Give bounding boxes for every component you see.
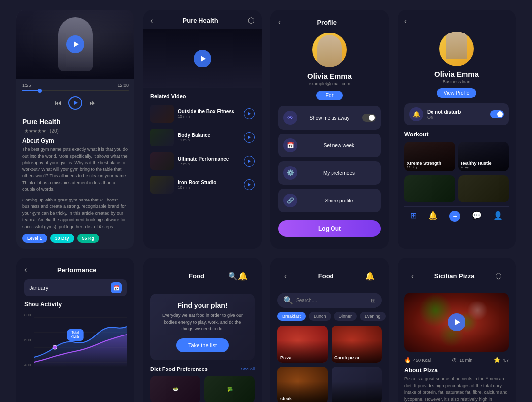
workout-small-2[interactable] [458,175,509,202]
pizza-stats: 🔥 450 Kcal ⏱ 10 min ⭐ 4.7 [404,357,509,363]
food-search-card: ‹ Food 🔔 🔍 Search.... ⊞ Breakfast Lunch … [270,258,389,402]
share-icon: 🔗 [283,194,297,207]
related-item-2[interactable]: Body Balance 11 min [143,126,262,149]
pizza-time: ⏱ 10 min [452,357,472,363]
related-play-3[interactable] [244,156,255,167]
take-list-button[interactable]: Take the list [176,338,229,352]
preferences-icon: ⚙️ [283,166,297,180]
menu-item-new-week[interactable]: 📅 Set new week [278,134,381,157]
related-item-1[interactable]: Outside the Box Fitness 15 min [143,102,262,126]
fast-forward-button[interactable]: ⏭ [89,99,96,107]
workout-small-grid [404,175,509,202]
search-icon: 🔍 [283,296,293,305]
month-picker[interactable]: January 📅 [24,279,127,296]
progress-track[interactable] [22,90,129,91]
food-item-4[interactable] [332,367,382,402]
chart-total: Total 435 [67,329,84,341]
menu-item-show-away[interactable]: 👁 Show me as away [278,106,381,130]
activity-title: Shou Activity [24,301,127,308]
card-header: ‹ Pure Health ⬡ [143,10,262,29]
profile-title: Profile [281,19,373,26]
edit-profile-button[interactable]: Edit [316,91,342,100]
food-hero-text: Everyday we eat food in order to give ou… [158,312,247,333]
chart-label-800: 800 [24,313,31,317]
see-all-link[interactable]: See All [241,367,255,371]
tab-lunch[interactable]: Lunch [309,312,331,321]
view-profile-button[interactable]: View Profile [437,88,477,98]
clock-icon: ⏱ [452,357,457,363]
food-item-caroli[interactable]: Caroli pizza [332,326,382,363]
related-thumb-1 [150,105,174,123]
pizza-rating: ⭐ 4.7 [494,357,509,363]
related-play-1[interactable] [244,108,255,119]
tab-dinner[interactable]: Dinner [334,312,357,321]
workout-card-sub-2: 4 day [461,166,492,169]
related-thumb-2 [150,129,174,146]
level-badge: Level 1 [22,234,47,243]
profile-header: ‹ Profile [278,18,381,27]
do-not-disturb-row[interactable]: 🔔 Do not disturb On [404,103,509,125]
menu-label-preferences: My prefernees [302,170,376,176]
bell-icon[interactable]: 🔔 [365,271,375,281]
show-away-toggle[interactable] [362,114,376,122]
fire-icon: 🔥 [404,357,411,363]
back-icon[interactable]: ‹ [150,16,153,25]
share-icon[interactable]: ⬡ [495,271,502,281]
play-pause-button[interactable] [68,96,82,110]
food-search-bar[interactable]: 🔍 Search.... ⊞ [277,293,382,308]
workout-small-1[interactable] [404,175,455,202]
time-value: 10 min [459,358,472,363]
dnd-icon: 🔔 [409,107,423,121]
tab-evening[interactable]: Evening [360,312,386,321]
nav-notifications[interactable]: 🔔 [428,211,438,222]
hero-play-button[interactable] [194,50,211,67]
related-name-1: Outside the Box Fitness [178,109,240,114]
related-name-2: Body Balance [178,133,240,138]
diet-item-2[interactable]: 🥦 [204,376,255,402]
filter-icon[interactable]: ⊞ [371,297,376,304]
food-title: Food [165,272,228,280]
nav-home[interactable]: ⊞ [410,211,417,222]
logout-button[interactable]: Log Out [278,220,381,237]
share-icon[interactable]: ⬡ [248,16,255,25]
workout-card-2[interactable]: Healthy Hustle 4 day [458,142,509,171]
food-items-grid: Pizza Caroli pizza steak [277,326,382,402]
bell-icon[interactable]: 🔔 [238,271,248,281]
menu-item-share[interactable]: 🔗 Shere profile [278,189,381,212]
related-item-4[interactable]: Iron Root Studio 10 min [143,173,262,197]
play-button[interactable] [66,35,84,53]
food-plan-card: Food 🔍 🔔 Find your plan! Everyday we eat… [143,258,262,402]
nav-profile[interactable]: 👤 [493,211,503,222]
video-thumbnail[interactable] [16,10,134,79]
food-item-pizza[interactable]: Pizza [277,326,328,363]
menu-label-show-away: Show me as away [302,115,357,121]
workout-card-1[interactable]: Xtreme Strength 11 day [404,142,455,171]
time-start: 1:25 [22,83,31,88]
related-item-3[interactable]: Ultimate Performance 17 min [143,149,262,173]
diet-preferences-header: Diet Food Preferences See All [150,366,255,372]
back-icon[interactable]: ‹ [404,17,407,26]
star-icon: ⭐ [494,357,500,363]
performance-title: Performance [27,267,127,274]
food-item-steak[interactable]: steak [277,367,328,402]
related-info-4: Iron Root Studio 10 min [178,180,240,190]
related-play-2[interactable] [244,132,255,143]
dnd-sub: On [427,115,486,120]
diet-item-1[interactable]: 🥗 [150,376,200,402]
hero-video[interactable] [143,29,262,88]
menu-item-preferences[interactable]: ⚙️ My prefernees [278,161,381,185]
related-play-4[interactable] [244,179,255,190]
tab-breakfast[interactable]: Breakfast [277,312,306,321]
rewind-button[interactable]: ⏮ [55,99,62,107]
nav-add[interactable]: + [449,211,460,222]
rating-stars: ★★★★★ (20) [22,128,129,134]
food-tabs: Breakfast Lunch Dinner Evening [277,312,382,321]
dnd-toggle[interactable] [490,110,504,118]
search-placeholder: Search.... [296,298,368,303]
search-icon[interactable]: 🔍 [228,271,238,281]
pizza-play-button[interactable] [448,313,466,331]
about-pizza-text: Pizza is a great source of nutrients in … [404,376,509,402]
media-controls: ⏮ ⏭ [16,93,134,113]
nav-messages[interactable]: 💬 [472,211,482,222]
calendar-icon[interactable]: 📅 [111,282,122,293]
